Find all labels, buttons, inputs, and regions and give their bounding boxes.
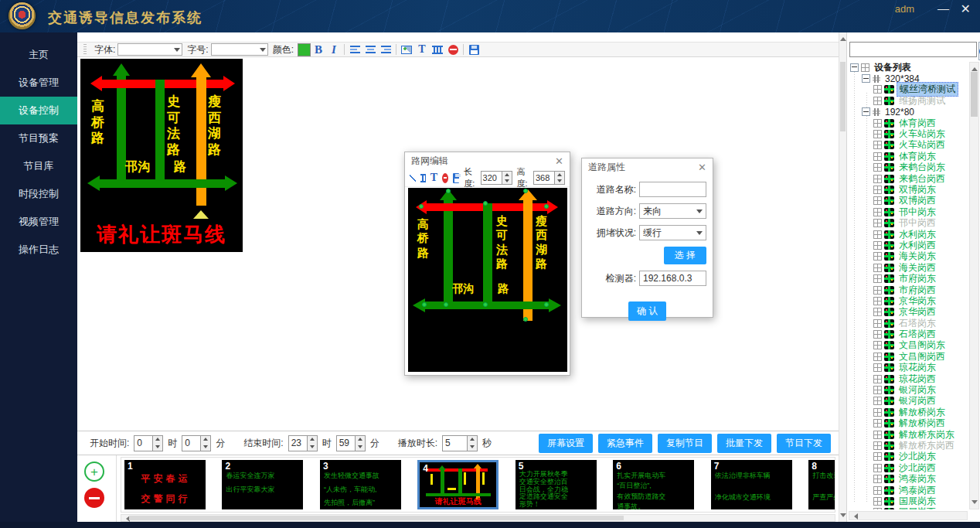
logged-in-user[interactable]: adm xyxy=(895,3,914,15)
action-button[interactable]: 批量下发 xyxy=(717,434,771,453)
save-icon[interactable] xyxy=(453,173,459,183)
spin-down-icon[interactable] xyxy=(308,443,317,451)
road-control-point[interactable] xyxy=(523,317,528,322)
road-control-point[interactable] xyxy=(444,302,448,307)
spinner-arrows[interactable] xyxy=(355,436,365,451)
delete-program-button[interactable] xyxy=(84,488,104,508)
spin-down-icon[interactable] xyxy=(468,443,477,451)
tree-vscrollbar[interactable] xyxy=(969,62,979,509)
minimize-icon[interactable]: — xyxy=(937,2,949,15)
road-direction-select[interactable]: 来向 xyxy=(639,203,706,219)
tree-node[interactable]: 设备列表 xyxy=(849,62,968,73)
start-hour-stepper[interactable]: 0 xyxy=(134,435,163,451)
scroll-up-icon[interactable] xyxy=(971,64,978,71)
road-editor-canvas[interactable]: 高桥路 史可法路 瘦西湖路 邗沟 路 xyxy=(408,188,567,372)
sidebar-item[interactable]: 设备管理 xyxy=(0,69,77,97)
end-minute-stepper[interactable]: 59 xyxy=(336,435,366,451)
expander-icon[interactable] xyxy=(862,74,870,83)
spin-up-icon[interactable] xyxy=(308,436,317,444)
length-stepper[interactable]: 320 xyxy=(481,171,512,185)
spin-up-icon[interactable] xyxy=(356,436,365,444)
spinner-arrows[interactable] xyxy=(502,172,512,184)
road-control-point[interactable] xyxy=(544,302,549,307)
detector-input[interactable]: 192.168.0.3 xyxy=(639,271,706,286)
scroll-down-icon[interactable] xyxy=(840,513,846,520)
close-icon[interactable]: ✕ xyxy=(961,2,971,16)
save-button[interactable] xyxy=(466,43,481,56)
italic-button[interactable]: I xyxy=(326,43,342,56)
spin-up-icon[interactable] xyxy=(468,436,477,444)
program-thumbnail[interactable]: 4 请礼让斑马线 xyxy=(417,460,499,509)
color-swatch[interactable] xyxy=(298,43,311,56)
program-thumbnail[interactable]: 3 发生轻微交通事故“人未伤，车能动,先拍照，后撤离” xyxy=(320,460,401,509)
tree-hscrollbar[interactable] xyxy=(849,511,968,520)
road-control-point[interactable] xyxy=(419,204,424,209)
main-vscrollbar[interactable] xyxy=(839,32,846,522)
scroll-down-icon[interactable] xyxy=(971,500,978,507)
close-icon[interactable]: ✕ xyxy=(555,155,563,167)
road-network-button[interactable] xyxy=(430,43,445,56)
road-name-input[interactable] xyxy=(639,182,706,197)
add-program-button[interactable]: + xyxy=(84,462,104,482)
action-button[interactable]: 节目下发 xyxy=(777,434,831,453)
spin-up-icon[interactable] xyxy=(555,172,564,178)
spin-down-icon[interactable] xyxy=(201,443,210,451)
sidebar-item[interactable]: 节目库 xyxy=(0,152,77,180)
scrollbar-thumb[interactable] xyxy=(840,62,846,131)
expander-icon[interactable] xyxy=(862,107,870,116)
height-stepper[interactable]: 368 xyxy=(533,171,565,185)
align-center-button[interactable] xyxy=(362,43,378,56)
close-icon[interactable]: ✕ xyxy=(698,162,706,173)
confirm-button[interactable]: 确 认 xyxy=(628,301,666,321)
sidebar-item[interactable]: 设备控制 xyxy=(0,97,77,124)
device-search-input[interactable] xyxy=(849,42,977,57)
sidebar-item[interactable]: 主页 xyxy=(0,41,77,69)
bold-button[interactable]: B xyxy=(311,43,326,56)
insert-image-button[interactable] xyxy=(399,43,414,56)
road-control-point[interactable] xyxy=(523,189,528,193)
expander-icon[interactable] xyxy=(850,63,859,72)
program-thumbnail[interactable]: 5 大力开展秋冬季交通安全整治百日会战，全力稳定道路交通安全形势！ xyxy=(516,460,597,509)
spin-up-icon[interactable] xyxy=(502,172,512,178)
duration-stepper[interactable]: 5 xyxy=(442,435,478,451)
spin-down-icon[interactable] xyxy=(153,443,162,451)
spinner-arrows[interactable] xyxy=(152,436,162,451)
road-segment-icon[interactable] xyxy=(420,174,426,182)
sign-preview[interactable]: 高桥路 史可法路 瘦西湖路 邗沟 路 请礼让斑马线 xyxy=(80,59,243,252)
sidebar-item[interactable]: 视频管理 xyxy=(0,208,77,236)
program-thumbnail[interactable]: 8 打击改装“炸街”严查严处“机动车 xyxy=(808,460,835,509)
spinner-arrows[interactable] xyxy=(307,436,317,451)
sidebar-item[interactable]: 节目预案 xyxy=(0,124,77,152)
delete-button[interactable] xyxy=(445,43,461,56)
road-control-point[interactable] xyxy=(483,302,488,307)
remove-icon[interactable] xyxy=(442,173,448,183)
insert-text-button[interactable]: T xyxy=(414,43,430,56)
scrollbar-thumb[interactable] xyxy=(971,72,978,117)
sidebar-item[interactable]: 时段控制 xyxy=(0,180,77,208)
program-thumbnail[interactable]: 2 春运安全连万家出行平安靠大家 xyxy=(222,460,303,509)
program-thumbnail[interactable]: 6 扎实开展电动车“百日整治”,有效预防道路交通事故。 xyxy=(613,460,694,509)
spinner-arrows[interactable] xyxy=(554,172,564,184)
road-control-point[interactable] xyxy=(483,201,488,206)
end-hour-stepper[interactable]: 23 xyxy=(288,435,318,451)
action-button[interactable]: 紧急事件 xyxy=(598,434,652,453)
spin-down-icon[interactable] xyxy=(356,443,365,451)
spinner-arrows[interactable] xyxy=(200,436,210,451)
spin-down-icon[interactable] xyxy=(502,178,512,184)
start-minute-stepper[interactable]: 0 xyxy=(182,435,211,451)
font-family-select[interactable] xyxy=(117,43,182,56)
spin-up-icon[interactable] xyxy=(201,436,210,444)
scrollbar-thumb[interactable] xyxy=(129,516,624,520)
scroll-left-icon[interactable] xyxy=(851,513,858,519)
align-left-button[interactable] xyxy=(347,43,362,56)
spinner-arrows[interactable] xyxy=(467,436,477,451)
tree-node[interactable]: 国展岗西 xyxy=(849,507,968,509)
scroll-up-icon[interactable] xyxy=(840,34,846,41)
font-size-select[interactable] xyxy=(211,43,268,56)
program-thumbnail[interactable]: 1 平安春运交警同行 xyxy=(124,460,206,509)
congestion-select[interactable]: 缓行 xyxy=(639,225,706,240)
road-control-point[interactable] xyxy=(544,204,549,209)
program-thumbnail[interactable]: 7 依法治理非标车辆净化城市交通环境 xyxy=(711,460,792,509)
road-control-point[interactable] xyxy=(446,189,451,193)
spin-up-icon[interactable] xyxy=(153,436,162,444)
